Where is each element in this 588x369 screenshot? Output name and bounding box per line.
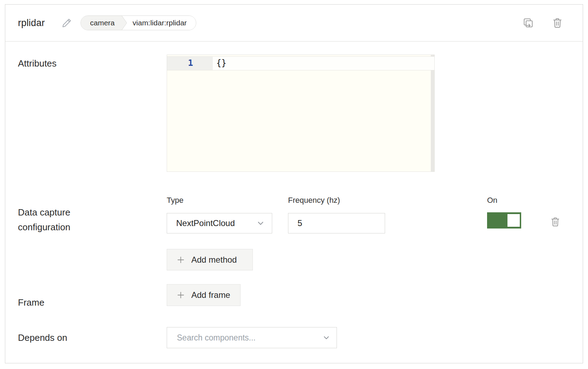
chevron-down-icon: [322, 333, 331, 342]
component-model-label: viam:lidar:rplidar: [127, 16, 196, 30]
chevron-down-icon: [256, 218, 266, 228]
data-capture-section-label: Data capture configuration: [18, 205, 106, 234]
edit-name-button[interactable]: [61, 17, 73, 29]
component-config-card: rplidar camera viam:lidar:rplidar: [5, 4, 583, 363]
editor-code-text[interactable]: {}: [213, 57, 434, 70]
pencil-icon: [61, 17, 73, 29]
trash-icon: [551, 17, 563, 29]
add-frame-label: Add frame: [191, 290, 230, 300]
toggle-field-label: On: [487, 196, 497, 205]
duplicate-component-button[interactable]: [522, 17, 534, 29]
component-card-header: rplidar camera viam:lidar:rplidar: [5, 5, 583, 42]
delete-capture-method-button[interactable]: [550, 216, 562, 228]
plus-icon: [176, 290, 185, 300]
toggle-knob: [507, 214, 520, 227]
capture-type-select[interactable]: NextPointCloud: [167, 213, 272, 233]
frequency-field-label: Frequency (hz): [288, 196, 340, 205]
add-frame-button[interactable]: Add frame: [167, 284, 241, 306]
duplicate-icon: [522, 17, 534, 29]
trash-icon: [550, 216, 561, 227]
editor-active-line: 1 {}: [167, 56, 434, 70]
depends-on-section-label: Depends on: [18, 332, 67, 343]
depends-on-search-input[interactable]: [176, 333, 322, 343]
component-type-label: camera: [81, 16, 127, 30]
capture-on-toggle[interactable]: [487, 212, 521, 229]
frequency-input[interactable]: [288, 213, 385, 233]
component-type-model-badge: camera viam:lidar:rplidar: [81, 15, 196, 30]
depends-on-select[interactable]: [167, 327, 337, 348]
editor-line-number: 1: [167, 57, 213, 70]
add-method-label: Add method: [191, 255, 237, 265]
plus-icon: [176, 255, 185, 264]
attributes-section-label: Attributes: [18, 58, 57, 69]
type-field-label: Type: [167, 196, 184, 205]
component-name: rplidar: [18, 18, 45, 29]
editor-scrollbar[interactable]: [431, 55, 434, 171]
attributes-code-editor[interactable]: 1 {}: [167, 55, 435, 172]
capture-type-value: NextPointCloud: [176, 218, 235, 228]
delete-component-button[interactable]: [551, 17, 563, 29]
frame-section-label: Frame: [18, 297, 44, 308]
add-method-button[interactable]: Add method: [167, 249, 253, 270]
